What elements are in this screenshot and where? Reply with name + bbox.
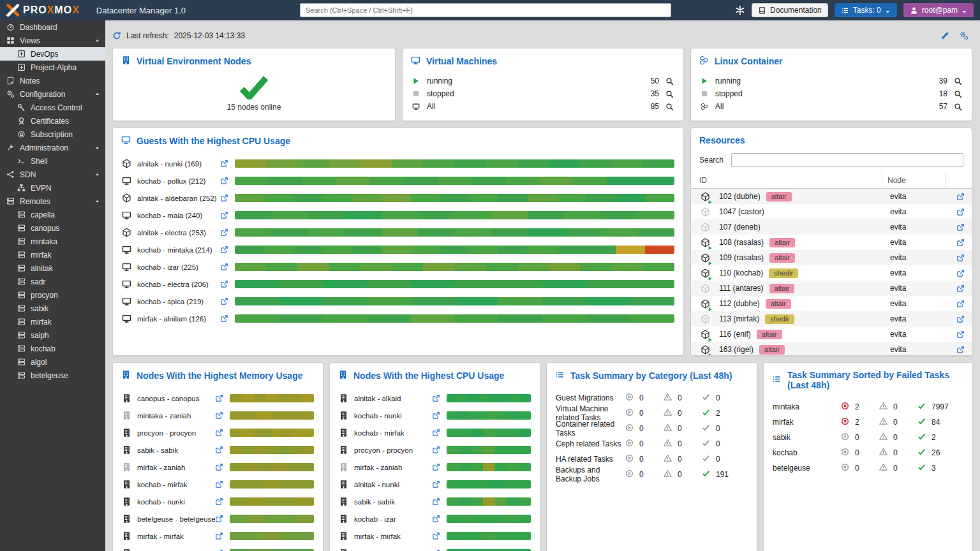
- resource-row[interactable]: 110 (kochab)shedirevita: [691, 265, 972, 281]
- caret-up-icon[interactable]: [94, 198, 100, 204]
- resources-search-input[interactable]: [731, 153, 963, 167]
- external-link-icon[interactable]: [432, 446, 440, 454]
- sidebar-item-saiph[interactable]: saiph: [0, 328, 105, 342]
- external-link-icon[interactable]: [215, 497, 223, 506]
- external-link-icon[interactable]: [220, 263, 228, 271]
- sidebar-item-dashboard[interactable]: Dashboard: [0, 20, 105, 34]
- edit-dashboard-icon[interactable]: [940, 31, 949, 40]
- external-link-icon[interactable]: [432, 411, 440, 420]
- external-link-icon[interactable]: [215, 532, 223, 540]
- resource-row[interactable]: 163 (rigel)altairevita: [691, 342, 972, 356]
- resource-row[interactable]: 1047 (castor)evita: [691, 204, 972, 219]
- sidebar-item-subscription[interactable]: Subscription: [0, 128, 105, 141]
- external-link-icon[interactable]: [432, 463, 440, 471]
- settings-cogs-icon[interactable]: [960, 31, 969, 40]
- sidebar-item-sdn[interactable]: SDN: [0, 168, 105, 181]
- sidebar-item-procyon[interactable]: procyon: [0, 288, 105, 302]
- external-link-icon[interactable]: [956, 239, 965, 247]
- caret-up-icon[interactable]: [94, 172, 100, 177]
- error-count: 2: [855, 402, 859, 411]
- external-link-icon[interactable]: [220, 280, 228, 288]
- external-link-icon[interactable]: [220, 211, 228, 219]
- sidebar-item-algol[interactable]: algol: [0, 355, 105, 369]
- external-link-icon[interactable]: [220, 228, 228, 237]
- sidebar-item-alnitak[interactable]: alnitak: [0, 261, 105, 275]
- sidebar-item-remotes[interactable]: Remotes: [0, 195, 105, 208]
- search-icon[interactable]: [665, 103, 674, 111]
- caret-up-icon[interactable]: [94, 38, 100, 43]
- sidebar-item-notes[interactable]: Notes: [0, 74, 105, 87]
- external-link-icon[interactable]: [220, 314, 228, 323]
- sidebar-item-devops[interactable]: DevOps: [0, 47, 105, 61]
- external-link-icon[interactable]: [215, 446, 223, 454]
- resource-row[interactable]: 111 (antares)altairevita: [691, 281, 972, 296]
- resource-row[interactable]: 109 (rasalas)altairevita: [691, 250, 972, 265]
- external-link-icon[interactable]: [432, 532, 440, 540]
- external-link-icon[interactable]: [956, 269, 965, 277]
- documentation-button[interactable]: Documentation: [752, 3, 828, 17]
- external-link-icon[interactable]: [956, 193, 965, 201]
- caret-up-icon[interactable]: [94, 145, 100, 151]
- sidebar-item-mirfak[interactable]: mirfak: [0, 248, 105, 261]
- external-link-icon[interactable]: [220, 177, 228, 185]
- sidebar-item-access-control[interactable]: Access Control: [0, 101, 105, 114]
- sidebar-item-mintaka[interactable]: mintaka: [0, 235, 105, 248]
- global-search-input[interactable]: [300, 3, 671, 17]
- external-link-icon[interactable]: [432, 515, 440, 523]
- resource-row[interactable]: 107 (deneb)evita: [691, 219, 972, 235]
- sidebar-item-shell[interactable]: Shell: [0, 154, 105, 168]
- resource-row[interactable]: 102 (dubhe)altairevita: [691, 189, 972, 204]
- external-link-icon[interactable]: [956, 208, 965, 216]
- tasks-button[interactable]: Tasks: 0: [835, 3, 897, 17]
- external-link-icon[interactable]: [215, 411, 223, 420]
- sidebar-item-project-alpha[interactable]: Project-Alpha: [0, 61, 105, 74]
- user-menu-button[interactable]: root@pam: [903, 3, 974, 17]
- refresh-icon[interactable]: [112, 31, 121, 40]
- external-link-icon[interactable]: [220, 159, 228, 168]
- resource-row[interactable]: 108 (rasalas)altairevita: [691, 235, 972, 250]
- external-link-icon[interactable]: [215, 429, 223, 437]
- column-header-id[interactable]: ID: [691, 172, 882, 188]
- external-link-icon[interactable]: [956, 284, 965, 293]
- sidebar-item-canopus[interactable]: canopus: [0, 221, 105, 235]
- asterisk-icon[interactable]: [735, 5, 745, 15]
- external-link-icon[interactable]: [215, 463, 223, 471]
- sidebar-item-administration[interactable]: Administration: [0, 141, 105, 154]
- search-icon[interactable]: [665, 77, 674, 85]
- column-header-node[interactable]: Node: [882, 172, 946, 188]
- resource-row[interactable]: 112 (dubhe)altairevita: [691, 296, 972, 311]
- search-icon[interactable]: [954, 77, 962, 85]
- external-link-icon[interactable]: [220, 297, 228, 305]
- resource-row[interactable]: 113 (mirfak)shedirevita: [691, 311, 972, 327]
- caret-up-icon[interactable]: [94, 91, 100, 97]
- external-link-icon[interactable]: [220, 194, 228, 202]
- resource-row[interactable]: 116 (enif)altairevita: [691, 327, 972, 342]
- external-link-icon[interactable]: [215, 394, 223, 402]
- external-link-icon[interactable]: [956, 254, 965, 262]
- sidebar-item-kochab[interactable]: kochab: [0, 342, 105, 355]
- external-link-icon[interactable]: [432, 497, 440, 506]
- sidebar-item-evpn[interactable]: EVPN: [0, 181, 105, 195]
- external-link-icon[interactable]: [956, 330, 965, 339]
- sidebar-item-sadr[interactable]: sadr: [0, 275, 105, 288]
- external-link-icon[interactable]: [220, 246, 228, 254]
- sidebar-item-capella[interactable]: capella: [0, 208, 105, 221]
- external-link-icon[interactable]: [432, 394, 440, 402]
- external-link-icon[interactable]: [215, 515, 223, 523]
- external-link-icon[interactable]: [956, 315, 965, 323]
- search-icon[interactable]: [665, 90, 674, 98]
- sidebar-item-configuration[interactable]: Configuration: [0, 87, 105, 101]
- sidebar-item-betelgeuse[interactable]: betelgeuse: [0, 369, 105, 382]
- external-link-icon[interactable]: [432, 480, 440, 489]
- external-link-icon[interactable]: [956, 346, 965, 354]
- sidebar-item-views[interactable]: Views: [0, 34, 105, 47]
- external-link-icon[interactable]: [432, 429, 440, 437]
- sidebar-item-sabik[interactable]: sabik: [0, 302, 105, 315]
- external-link-icon[interactable]: [956, 300, 965, 308]
- search-icon[interactable]: [954, 103, 962, 111]
- sidebar-item-certificates[interactable]: Certificates: [0, 114, 105, 128]
- external-link-icon[interactable]: [215, 480, 223, 489]
- external-link-icon[interactable]: [956, 223, 965, 231]
- search-icon[interactable]: [954, 90, 962, 98]
- sidebar-item-mirfak[interactable]: mirfak: [0, 315, 105, 328]
